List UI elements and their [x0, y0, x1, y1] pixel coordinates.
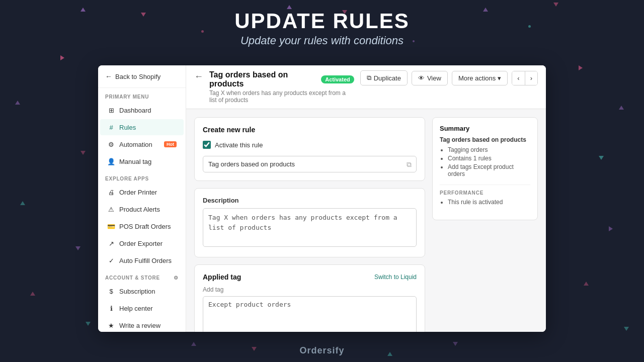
activate-row: Activate this rule: [203, 141, 417, 149]
description-card: Description: [194, 188, 425, 257]
activate-label: Activate this rule: [215, 141, 263, 149]
sidebar-item-subscription[interactable]: $ Subscription: [100, 283, 184, 299]
sidebar-item-label: Write a review: [119, 322, 160, 329]
title-area: Tag orders based on products Activated T…: [209, 70, 354, 104]
more-actions-button[interactable]: More actions ▾: [452, 71, 508, 85]
app-container: ← Back to Shopify PRIMARY MENU ⊞ Dashboa…: [98, 65, 546, 332]
sidebar-item-manual-tag[interactable]: 👤 Manual tag: [100, 153, 184, 169]
sidebar-item-label: Order Printer: [119, 189, 157, 196]
sidebar-item-label: Product Alerts: [119, 206, 160, 213]
sidebar-item-product-alerts[interactable]: ⚠ Product Alerts: [100, 201, 184, 217]
content-back-button[interactable]: ←: [194, 71, 203, 82]
sidebar-item-label: Help center: [119, 305, 152, 312]
performance-item-0: This rule is activated: [448, 199, 530, 206]
applied-tag-title: Applied tag: [203, 273, 241, 281]
rule-name-wrapper: ⧉: [203, 156, 417, 172]
content-scroll: Create new rule Activate this rule ⧉ Des…: [186, 109, 546, 332]
create-rule-card: Create new rule Activate this rule ⧉: [194, 117, 425, 181]
manual-tag-icon: 👤: [107, 157, 115, 165]
sidebar: ← Back to Shopify PRIMARY MENU ⊞ Dashboa…: [98, 65, 186, 332]
add-tag-label: Add tag: [203, 286, 417, 293]
star-icon: ★: [107, 321, 115, 329]
rule-title: Tag orders based on products: [209, 70, 317, 88]
sidebar-item-label: Subscription: [119, 288, 155, 295]
page-subtitle: Update your rules with conditions: [0, 34, 644, 47]
activate-checkbox[interactable]: [203, 141, 211, 149]
sidebar-item-label: Order Exporter: [119, 240, 163, 247]
product-alerts-icon: ⚠: [107, 205, 115, 213]
primary-menu-label: PRIMARY MENU: [98, 88, 186, 102]
back-label: Back to Shopify: [115, 73, 160, 80]
automation-icon: ⚙: [107, 140, 115, 148]
help-icon: ℹ: [107, 304, 115, 312]
sidebar-item-label: POS Draft Orders: [119, 223, 171, 230]
chevron-down-icon: ▾: [498, 74, 501, 82]
summary-item-2: Add tags Except product orders: [448, 163, 530, 177]
top-bar: ← Tag orders based on products Activated…: [186, 65, 546, 109]
performance-section: PERFORMANCE This rule is activated: [440, 185, 530, 206]
sidebar-item-write-review[interactable]: ★ Write a review: [100, 317, 184, 332]
summary-item-0: Tagging orders: [448, 146, 530, 153]
back-arrow-icon: ←: [105, 72, 112, 80]
top-bar-actions: ⧉ Duplicate 👁 View More actions ▾ ‹ ›: [360, 70, 538, 85]
duplicate-icon: ⧉: [367, 74, 371, 82]
back-to-shopify[interactable]: ← Back to Shopify: [98, 65, 186, 88]
summary-title: Summary: [440, 125, 530, 132]
subscription-icon: $: [107, 287, 115, 295]
navigation-arrows: ‹ ›: [512, 71, 538, 85]
left-panel: Create new rule Activate this rule ⧉ Des…: [194, 117, 425, 324]
summary-item-1: Contains 1 rules: [448, 155, 530, 162]
page-header: UPDATE RULES Update your rules with cond…: [0, 0, 644, 47]
sidebar-item-label: Rules: [119, 124, 136, 131]
rules-icon: #: [107, 123, 115, 131]
sidebar-item-help-center[interactable]: ℹ Help center: [100, 300, 184, 316]
sidebar-item-auto-fulfill[interactable]: ✓ Auto Fulfill Orders: [100, 252, 184, 268]
sidebar-item-rules[interactable]: # Rules: [100, 119, 184, 135]
create-rule-title: Create new rule: [203, 126, 417, 134]
sidebar-item-label: Auto Fulfill Orders: [119, 257, 172, 264]
summary-list: Tagging orders Contains 1 rules Add tags…: [440, 146, 530, 177]
copy-icon: ⧉: [407, 160, 412, 168]
performance-label: PERFORMANCE: [440, 190, 530, 196]
sidebar-item-order-printer[interactable]: 🖨 Order Printer: [100, 184, 184, 200]
description-textarea[interactable]: [203, 208, 417, 247]
tag-textarea[interactable]: [203, 296, 417, 332]
view-button[interactable]: 👁 View: [412, 71, 448, 85]
hot-badge: Hot: [164, 141, 177, 147]
rule-name-input[interactable]: [203, 156, 417, 172]
settings-icon[interactable]: ⚙: [174, 275, 179, 281]
performance-list: This rule is activated: [440, 199, 530, 206]
rule-subtitle: Tag X when orders has any products excep…: [209, 89, 354, 104]
content-area: ← Tag orders based on products Activated…: [186, 65, 546, 332]
summary-card: Summary Tag orders based on products Tag…: [432, 117, 538, 220]
tag-header-row: Applied tag Switch to Liquid: [203, 273, 417, 281]
sidebar-item-label: Dashboard: [119, 107, 151, 114]
sidebar-item-pos-draft[interactable]: 💳 POS Draft Orders: [100, 218, 184, 234]
explore-apps-label: EXPLORE APPS: [98, 170, 186, 184]
footer-brand: Ordersify: [299, 345, 344, 356]
title-row: Tag orders based on products Activated: [209, 70, 354, 88]
right-panel: Summary Tag orders based on products Tag…: [432, 117, 538, 324]
next-arrow[interactable]: ›: [525, 71, 537, 85]
sidebar-item-order-exporter[interactable]: ↗ Order Exporter: [100, 235, 184, 251]
order-printer-icon: 🖨: [107, 188, 115, 196]
status-badge: Activated: [321, 75, 354, 83]
sidebar-item-label: Automation: [119, 141, 152, 148]
summary-subtitle: Tag orders based on products: [440, 136, 530, 143]
sidebar-item-dashboard[interactable]: ⊞ Dashboard: [100, 102, 184, 118]
auto-fulfill-icon: ✓: [107, 256, 115, 264]
sidebar-item-label: Manual tag: [119, 158, 151, 165]
page-title: UPDATE RULES: [0, 9, 644, 33]
account-store-label: ACCOUNT & STORE ⚙: [98, 269, 186, 283]
sidebar-item-automation[interactable]: ⚙ Automation Hot: [100, 136, 184, 152]
dashboard-icon: ⊞: [107, 106, 115, 114]
switch-liquid-link[interactable]: Switch to Liquid: [374, 274, 417, 281]
prev-arrow[interactable]: ‹: [512, 71, 524, 85]
applied-tag-card: Applied tag Switch to Liquid Add tag You…: [194, 264, 425, 332]
eye-icon: 👁: [418, 74, 425, 82]
duplicate-button[interactable]: ⧉ Duplicate: [360, 70, 408, 85]
description-label: Description: [203, 197, 417, 204]
order-exporter-icon: ↗: [107, 239, 115, 247]
pos-draft-icon: 💳: [107, 222, 115, 230]
